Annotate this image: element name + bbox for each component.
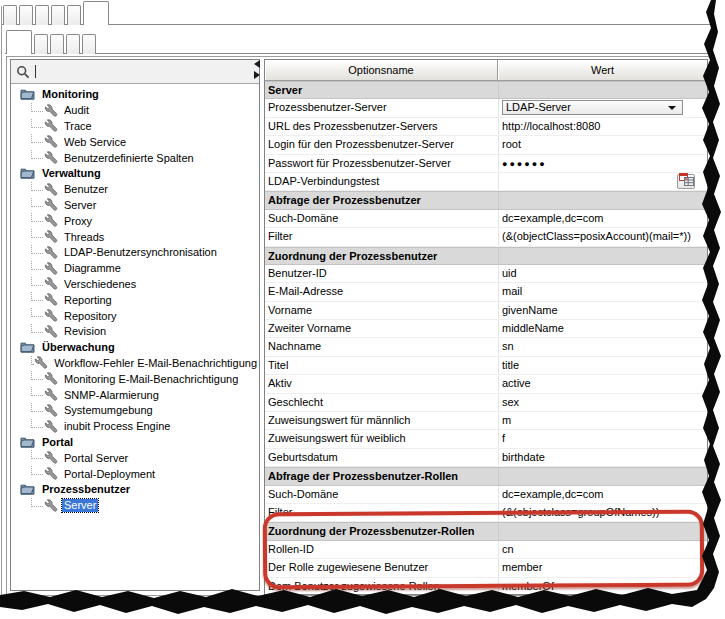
sidebar-item-revision[interactable]: Revision (11, 324, 259, 340)
wrench-icon (44, 151, 59, 165)
splitter-expand-right-icon[interactable] (254, 71, 260, 79)
option-value[interactable]: givenName (498, 302, 707, 319)
option-value[interactable]: sn (498, 338, 707, 355)
tree-item-label: inubit Process Engine (62, 420, 172, 433)
sidebar-item-monitoring[interactable]: Monitoring (11, 87, 259, 103)
section-row-zuordnung-der-prozessbenutzer-rollen: Zuordnung der Prozessbenutzer-Rollen (265, 522, 707, 540)
sidebar-item-diagramme[interactable]: Diagramme (11, 261, 259, 277)
option-value[interactable]: (&(objectclass=groupOfNames)) (498, 504, 707, 521)
sidebar-item-portal-deployment[interactable]: Portal-Deployment (11, 466, 259, 482)
tree-connector (31, 103, 43, 112)
sidebar-item-server[interactable]: Server (11, 198, 259, 214)
tree-item-label: Portal-Deployment (62, 468, 157, 481)
option-value[interactable]: m (498, 412, 707, 429)
column-header-wert[interactable]: Wert (498, 60, 707, 81)
sidebar-item-inubit-process-engine[interactable]: inubit Process Engine (11, 419, 259, 435)
option-value[interactable]: (&(objectClass=posixAccount)(mail=*)) (498, 228, 707, 245)
column-header-optionsname[interactable]: Optionsname (265, 60, 498, 81)
tab-modul-editor[interactable] (19, 5, 33, 25)
tree-item-label: Threads (62, 231, 106, 244)
combobox-selected-value: LDAP-Server (506, 99, 571, 116)
sidebar-item-benutzerdefinierte-spalten[interactable]: Benutzerdefinierte Spalten (11, 150, 259, 166)
sidebar-item-server[interactable]: Server (11, 498, 259, 514)
section-value-spacer (498, 468, 707, 484)
sidebar-item-reporting[interactable]: Reporting (11, 292, 259, 308)
option-row-passwort-für-prozessbenutzer-server: Passwort für Prozessbenutzer-Server ●●●●… (265, 155, 707, 173)
option-value[interactable]: middleName (498, 320, 707, 337)
folder-icon (20, 87, 35, 102)
option-value[interactable]: http://localhost:8080 (498, 118, 707, 135)
tab-designer[interactable] (3, 5, 17, 25)
sidebar-item-repository[interactable]: Repository (11, 308, 259, 324)
password-value[interactable]: ●●●●●● (498, 155, 707, 172)
tree-item-label: Portal Server (62, 452, 130, 465)
option-name: Aktiv (265, 375, 498, 392)
sidebar-item-web-service[interactable]: Web Service (11, 134, 259, 150)
tree-item-label: Revision (62, 325, 108, 338)
option-value[interactable]: sex (498, 394, 707, 411)
sidebar-item-proxy[interactable]: Proxy (11, 213, 259, 229)
main-tab-bar (3, 1, 111, 25)
tab-benutzerrollen[interactable] (50, 34, 64, 54)
sidebar-item-threads[interactable]: Threads (11, 229, 259, 245)
wrench-icon (44, 246, 59, 260)
option-value[interactable]: memberOf (498, 578, 707, 595)
tree-item-label: Verschiedenes (62, 278, 138, 291)
tab-prozessrollen[interactable] (66, 34, 80, 54)
tab-reporting[interactable] (51, 5, 65, 25)
sidebar-item-snmp-alarmierung[interactable]: SNMP-Alarmierung (11, 387, 259, 403)
tree-connector (31, 466, 43, 475)
option-name: Benutzer-ID (265, 265, 498, 282)
option-value[interactable]: uid (498, 265, 707, 282)
sidebar-item-benutzer[interactable]: Benutzer (11, 182, 259, 198)
sidebar-item-ldap-benutzersynchronisation[interactable]: LDAP-Benutzersynchronisation (11, 245, 259, 261)
tree-item-label: Trace (62, 120, 94, 133)
option-row-prozessbenutzer-server: Prozessbenutzer-Server LDAP-Server (265, 99, 707, 117)
sidebar-item-prozessbenutzer[interactable]: Prozessbenutzer (11, 482, 259, 498)
option-row-filter: Filter (&(objectclass=groupOfNames)) (265, 504, 707, 522)
sidebar-item-systemumgebung[interactable]: Systemumgebung (11, 403, 259, 419)
sidebar-item-verwaltung[interactable]: Verwaltung (11, 166, 259, 182)
wrench-icon (44, 135, 59, 149)
splitter-collapse-left-icon[interactable] (254, 60, 260, 68)
option-value[interactable]: mail (498, 283, 707, 300)
option-value[interactable]: root (498, 136, 707, 153)
option-value[interactable]: cn (498, 541, 707, 558)
tab-repository[interactable] (35, 5, 49, 25)
option-name: E-Mail-Adresse (265, 283, 498, 300)
sidebar-item-monitoring-e-mail-benachrichtigung[interactable]: Monitoring E-Mail-Benachrichtigung (11, 371, 259, 387)
section-title: Abfrage der Prozessbenutzer (265, 192, 498, 208)
tab-monitoring[interactable] (67, 5, 81, 25)
sidebar-item-portal-server[interactable]: Portal Server (11, 450, 259, 466)
option-value[interactable]: dc=example,dc=com (498, 486, 707, 503)
sidebar-item-verschiedenes[interactable]: Verschiedenes (11, 277, 259, 293)
option-value[interactable]: active (498, 375, 707, 392)
tree-connector (31, 419, 43, 428)
sidebar-item-trace[interactable]: Trace (11, 119, 259, 135)
tree-item-label: Server (62, 499, 98, 512)
sidebar-item-audit[interactable]: Audit (11, 103, 259, 119)
folder-icon (20, 482, 35, 497)
prozessbenutzer-server-combobox[interactable]: LDAP-Server (502, 100, 683, 115)
tree-group-label: Portal (40, 436, 75, 449)
option-value[interactable]: dc=example,dc=com (498, 210, 707, 227)
tab-allgemeine-einstellungen[interactable] (6, 30, 32, 54)
option-value[interactable]: f (498, 430, 707, 447)
option-value[interactable]: birthdate (498, 449, 707, 466)
tree-connector (31, 292, 43, 301)
sidebar-item-workflow-fehler-e-mail-benachrichtigung[interactable]: Workflow-Fehler E-Mail-Benachrichtigung (11, 356, 259, 372)
option-value[interactable]: title (498, 357, 707, 374)
option-value[interactable]: member (498, 559, 707, 576)
tab-user-manager[interactable] (34, 34, 48, 54)
section-value-spacer (498, 523, 707, 539)
sidebar-item-portal[interactable]: Portal (11, 435, 259, 451)
ldap-connection-test-button[interactable] (677, 174, 695, 189)
folder-icon (20, 340, 35, 355)
tree-filter-input[interactable] (36, 63, 259, 81)
tab-konfiguration[interactable] (83, 1, 109, 25)
option-name: Zuweisungswert für männlich (265, 412, 498, 429)
sidebar-item-überwachung[interactable]: Überwachung (11, 340, 259, 356)
option-name: Filter (265, 228, 498, 245)
search-icon (16, 65, 30, 79)
tab-metadaten-manager[interactable] (82, 34, 96, 54)
